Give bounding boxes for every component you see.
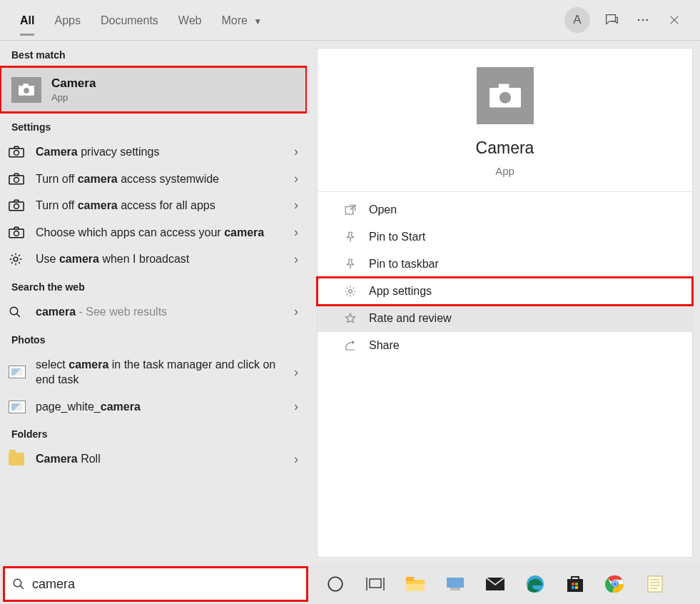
chevron-right-icon: › [294,198,298,213]
preview-column: Camera App Open Pin to Start [307,41,700,565]
edge-icon[interactable] [515,567,555,601]
chevron-right-icon: › [294,399,298,414]
star-icon [343,312,357,325]
mail-icon[interactable] [475,567,515,601]
svg-point-22 [328,577,343,591]
tabs-bar: All Apps Documents Web More ▼ A [0,0,700,40]
taskbar [0,564,700,604]
preview-panel: Camera App Open Pin to Start [317,48,693,558]
camera-app-icon [477,67,534,124]
action-pin-start[interactable]: Pin to Start [318,223,692,251]
camera-outline-icon [9,199,26,211]
best-match-result[interactable]: Camera App [0,66,307,113]
gear-icon [343,285,357,298]
section-photos: Photos [0,326,307,351]
svg-rect-28 [450,588,460,590]
section-best-match: Best match [0,41,307,66]
section-settings: Settings [0,113,307,139]
tab-documents[interactable]: Documents [91,4,168,36]
folder-camera-roll[interactable]: Camera Roll › [0,446,307,473]
tab-apps[interactable]: Apps [44,4,90,36]
action-rate-review[interactable]: Rate and review [318,305,692,332]
svg-rect-35 [575,586,578,589]
svg-rect-32 [572,583,574,585]
notepad-icon[interactable] [635,567,675,601]
action-pin-start-label: Pin to Start [369,231,425,243]
camera-app-icon [11,77,41,103]
photo-result-page-white[interactable]: page_white_camera › [0,393,307,421]
camera-outline-icon [9,226,26,238]
avatar[interactable]: A [564,7,590,33]
setting-turn-off-all-apps[interactable]: Turn off camera access for all apps › [0,192,307,219]
svg-rect-26 [406,584,425,591]
more-options-icon[interactable] [627,4,659,36]
web-result-camera[interactable]: camera - See web results › [0,298,307,326]
action-share-label: Share [369,339,400,352]
svg-point-21 [14,579,21,587]
chrome-icon[interactable] [595,567,635,601]
setting-use-when-broadcast[interactable]: Use camera when I broadcast › [0,246,307,273]
setting-choose-apps[interactable]: Choose which apps can access your camera… [0,219,307,246]
open-icon [343,203,357,216]
gear-icon [9,252,26,266]
action-open-label: Open [369,203,397,216]
search-input[interactable] [32,577,299,592]
tab-all[interactable]: All [10,4,44,36]
cortana-icon[interactable] [315,567,355,601]
action-pin-taskbar-label: Pin to taskbar [369,258,439,271]
action-pin-taskbar[interactable]: Pin to taskbar [318,251,692,278]
svg-rect-27 [447,578,464,588]
chevron-right-icon: › [294,171,298,186]
task-view-icon[interactable] [355,567,395,601]
chevron-down-icon: ▼ [253,16,262,26]
svg-point-2 [646,19,649,21]
section-folders: Folders [0,420,307,446]
folder-icon [9,453,26,465]
setting-camera-privacy[interactable]: Camera privacy settings › [0,139,307,166]
svg-point-14 [14,257,18,261]
action-share[interactable]: Share [318,332,692,359]
action-open[interactable]: Open [318,196,692,223]
svg-point-9 [14,177,19,182]
svg-point-13 [14,231,19,236]
preview-kind: App [318,165,692,177]
svg-rect-33 [575,583,578,585]
search-icon [9,306,26,318]
search-box[interactable] [4,568,307,600]
svg-point-40 [613,582,617,585]
preview-title: Camera [318,139,692,158]
svg-rect-34 [572,586,574,589]
tab-web[interactable]: Web [168,4,212,36]
svg-rect-17 [498,84,509,89]
pin-icon [343,231,357,243]
app-icon-1[interactable] [435,567,475,601]
chevron-right-icon: › [294,225,298,240]
svg-rect-25 [406,577,414,581]
action-app-settings[interactable]: App settings [318,278,692,305]
tab-more-label: More [221,14,247,26]
close-icon[interactable] [659,4,690,36]
svg-point-5 [24,88,29,94]
chevron-right-icon: › [294,252,298,267]
setting-turn-off-systemwide[interactable]: Turn off camera access systemwide › [0,166,307,193]
action-app-settings-label: App settings [369,285,432,298]
chevron-right-icon: › [294,365,298,380]
results-column: Best match Camera App Settings Camera pr… [0,41,307,565]
photo-result-task-manager[interactable]: select camera in the task manager and cl… [0,351,307,393]
share-icon [343,339,357,352]
camera-outline-icon [9,173,26,185]
svg-point-7 [14,151,19,156]
camera-outline-icon [9,146,26,158]
chevron-right-icon: › [294,452,298,467]
svg-point-11 [14,204,19,209]
file-explorer-icon[interactable] [395,567,435,601]
pin-icon [343,258,357,271]
chevron-right-icon: › [294,304,298,319]
svg-point-0 [638,19,640,21]
tab-more[interactable]: More ▼ [211,4,272,36]
section-search-web: Search the web [0,273,307,298]
feedback-icon[interactable] [596,4,627,36]
svg-rect-41 [648,576,662,592]
store-icon[interactable] [555,567,595,601]
search-icon [12,578,25,590]
